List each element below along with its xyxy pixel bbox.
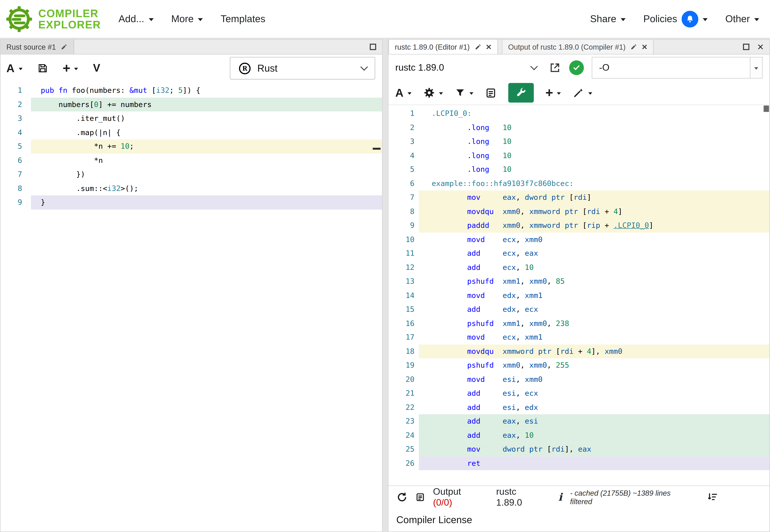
code-line-1[interactable]: 1pub fn foo(numbers: &mut [i32; 5]) {	[1, 83, 382, 97]
close-icon[interactable]: ×	[642, 42, 647, 52]
menu-templates[interactable]: Templates	[220, 13, 265, 25]
logo[interactable]: COMPILER EXPLORER	[5, 5, 101, 33]
scrollbar-thumb[interactable]	[764, 106, 769, 112]
code-line-9[interactable]: 9 paddd xmm0, xmmword ptr [rip + .LCPI0_…	[389, 218, 770, 232]
output-toggle[interactable]: Output (0/0)	[433, 486, 481, 508]
filter-funnel-icon	[455, 87, 466, 98]
code-text: add esi, ecx	[419, 386, 770, 400]
compiler-license-title[interactable]: Compiler License	[396, 514, 472, 525]
code-line-7[interactable]: 7 mov eax, dword ptr [rdi]	[389, 190, 770, 204]
code-text: movd ecx, xmm0	[419, 232, 770, 246]
code-line-11[interactable]: 11 add ecx, eax	[389, 246, 770, 260]
code-line-4[interactable]: 4 .long 10	[389, 148, 770, 163]
code-line-17[interactable]: 17 movd ecx, xmm1	[389, 330, 770, 344]
code-text: movd ecx, xmm1	[419, 330, 770, 344]
code-line-2[interactable]: 2 numbers[0] += numbers	[1, 97, 382, 111]
code-line-21[interactable]: 21 add esi, ecx	[389, 386, 770, 400]
maximize-icon[interactable]	[370, 44, 376, 50]
save-button[interactable]	[37, 63, 48, 74]
code-line-14[interactable]: 14 movd edx, xmm1	[389, 288, 770, 302]
code-text: add ecx, 10	[419, 260, 770, 274]
code-line-15[interactable]: 15 add edx, ecx	[389, 302, 770, 316]
menu-other-label: Other	[725, 13, 750, 25]
output-pane-icon	[485, 87, 496, 98]
menu-policies[interactable]: Policies	[643, 11, 708, 27]
code-line-6[interactable]: 6example::foo::hfa9103f7c860bcec:	[389, 177, 770, 191]
line-number: 25	[389, 442, 419, 456]
refresh-icon[interactable]	[396, 491, 408, 503]
code-line-3[interactable]: 3 .iter_mut()	[1, 111, 382, 125]
line-number: 15	[389, 302, 419, 316]
code-line-12[interactable]: 12 add ecx, 10	[389, 260, 770, 274]
asm-editor[interactable]: 1.LCPI0_0:2 .long 103 .long 104 .long 10…	[389, 105, 770, 486]
code-line-16[interactable]: 16 pshufd xmm1, xmm0, 238	[389, 316, 770, 330]
code-line-19[interactable]: 19 pshufd xmm0, xmm0, 255	[389, 358, 770, 372]
code-line-5[interactable]: 5 *n += 10;	[1, 139, 382, 153]
code-line-23[interactable]: 23 add eax, esi	[389, 414, 770, 428]
edit-pencil-icon[interactable]	[60, 43, 68, 51]
source-editor[interactable]: 1pub fn foo(numbers: &mut [i32; 5]) {2 n…	[1, 82, 382, 531]
tab-rust-source[interactable]: Rust source #1	[1, 40, 74, 54]
add-pane-dropdown[interactable]: +	[63, 62, 78, 75]
code-line-20[interactable]: 20 movd esi, xmm0	[389, 372, 770, 386]
menu-add[interactable]: Add...	[118, 13, 153, 25]
font-size-dropdown[interactable]: A	[395, 86, 412, 99]
language-select[interactable]: R Rust	[230, 57, 375, 80]
filter-dropdown[interactable]	[455, 87, 473, 98]
compiler-panel: rustc 1.89.0 (Editor #1) × Output of rus…	[388, 39, 770, 532]
line-number: 3	[1, 111, 31, 125]
overrides-dropdown[interactable]	[573, 87, 592, 99]
maximize-icon[interactable]	[743, 44, 750, 50]
menu-add-label: Add...	[118, 13, 144, 25]
info-icon[interactable]: i	[558, 491, 562, 503]
code-line-26[interactable]: 26 ret	[389, 456, 770, 470]
settings-dropdown[interactable]	[423, 87, 443, 99]
code-line-18[interactable]: 18 movdqu xmmword ptr [rdi + 4], xmm0	[389, 344, 770, 358]
close-icon[interactable]: ×	[486, 42, 492, 52]
code-text: .long 10	[419, 120, 770, 134]
line-number: 23	[389, 414, 419, 428]
open-compiler-icon[interactable]	[549, 61, 561, 74]
options-dropdown-button[interactable]	[750, 57, 763, 79]
edit-pencil-icon[interactable]	[474, 43, 482, 51]
code-text: paddd xmm0, xmmword ptr [rip + .LCPI0_0]	[419, 218, 770, 232]
code-line-6[interactable]: 6 *n	[1, 153, 382, 167]
tools-wrench-button[interactable]	[508, 83, 534, 103]
code-line-10[interactable]: 10 movd ecx, xmm0	[389, 232, 770, 246]
code-line-2[interactable]: 2 .long 10	[389, 120, 770, 134]
line-number: 16	[389, 316, 419, 330]
menu-more[interactable]: More	[171, 13, 203, 25]
code-line-7[interactable]: 7 })	[1, 167, 382, 181]
code-line-24[interactable]: 24 add eax, 10	[389, 428, 770, 442]
code-line-9[interactable]: 9}	[1, 195, 382, 209]
code-line-22[interactable]: 22 add esi, edx	[389, 400, 770, 414]
menu-other[interactable]: Other	[725, 13, 759, 25]
output-pane-button[interactable]	[485, 87, 496, 98]
font-size-dropdown[interactable]: A	[6, 62, 23, 75]
vim-toggle-button[interactable]: V	[93, 62, 100, 75]
edit-pencil-icon[interactable]	[630, 43, 638, 51]
compiler-options-input[interactable]	[592, 57, 750, 79]
language-select-value: Rust	[257, 63, 355, 74]
code-line-1[interactable]: 1.LCPI0_0:	[389, 106, 770, 120]
compile-ok-badge[interactable]	[569, 60, 584, 75]
code-line-4[interactable]: 4 .map(|n| {	[1, 125, 382, 139]
line-number: 2	[389, 120, 419, 134]
code-line-8[interactable]: 8 .sum::<i32>();	[1, 181, 382, 195]
output-count: (0/0)	[433, 497, 452, 507]
code-line-8[interactable]: 8 movdqu xmm0, xmmword ptr [rdi + 4]	[389, 204, 770, 218]
notification-badge[interactable]	[682, 11, 698, 27]
lines-filtered-icon[interactable]	[707, 491, 719, 503]
tab-compiler-output[interactable]: Output of rustc 1.89.0 (Compiler #1) ×	[502, 40, 654, 54]
code-line-25[interactable]: 25 mov dword ptr [rdi], eax	[389, 442, 770, 456]
compiler-select[interactable]: rustc 1.89.0	[395, 62, 541, 73]
menu-share[interactable]: Share	[590, 13, 626, 25]
code-line-5[interactable]: 5 .long 10	[389, 163, 770, 177]
code-line-13[interactable]: 13 pshufd xmm1, xmm0, 85	[389, 274, 770, 288]
add-pane-dropdown[interactable]: +	[545, 86, 561, 99]
code-line-3[interactable]: 3 .long 10	[389, 134, 770, 148]
line-number: 5	[389, 163, 419, 177]
close-icon[interactable]: ×	[757, 41, 764, 53]
code-text: pshufd xmm1, xmm0, 238	[419, 316, 770, 330]
tab-compiler-editor[interactable]: rustc 1.89.0 (Editor #1) ×	[389, 40, 498, 54]
